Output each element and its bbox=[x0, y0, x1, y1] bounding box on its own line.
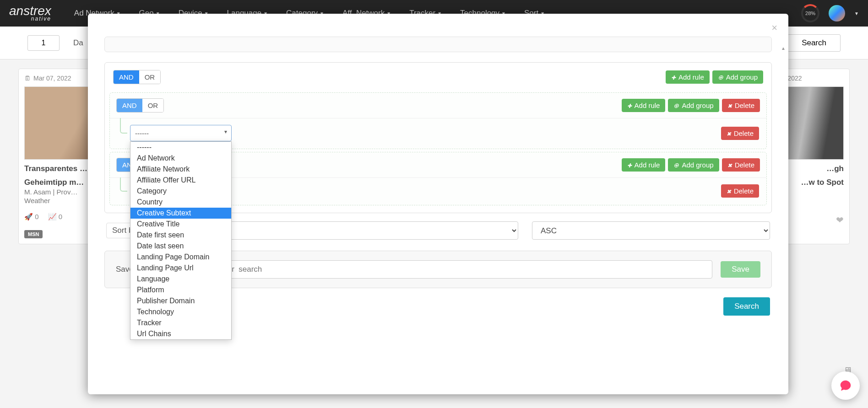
dropdown-option[interactable]: ------ bbox=[130, 142, 231, 153]
dropdown-option[interactable]: Creative Title bbox=[130, 219, 231, 230]
add-group-button[interactable]: Add group bbox=[668, 99, 719, 112]
andor-toggle-sub[interactable]: AND OR bbox=[116, 98, 164, 113]
dropdown-option[interactable]: Landing Page Url bbox=[130, 263, 231, 274]
modal-search-button[interactable]: Search bbox=[723, 297, 770, 316]
dropdown-option[interactable]: Category bbox=[130, 186, 231, 197]
field-select-wrap[interactable]: ------ ------Ad NetworkAffiliate Network… bbox=[130, 125, 232, 141]
dropdown-option[interactable]: Ad Network bbox=[130, 153, 231, 164]
add-rule-button[interactable]: Add rule bbox=[622, 158, 666, 172]
query-sub-group: AND OR Add rule Add group Delete ------ … bbox=[109, 92, 767, 149]
dropdown-option[interactable]: Date first seen bbox=[130, 230, 231, 241]
dropdown-option[interactable]: Country bbox=[130, 197, 231, 208]
dropdown-option[interactable]: Technology bbox=[130, 306, 231, 317]
or-option[interactable]: OR bbox=[139, 70, 161, 84]
circle-plus-icon bbox=[718, 73, 723, 81]
advanced-search-modal: × ▲ AND OR Add rule Add group AND OR Ad bbox=[88, 14, 788, 394]
dropdown-option[interactable]: Affiliate Offer URL bbox=[130, 175, 231, 186]
dropdown-option[interactable]: Url Chains bbox=[130, 328, 231, 339]
plus-icon bbox=[671, 73, 676, 81]
x-icon bbox=[727, 102, 732, 109]
dropdown-option[interactable]: Date last seen bbox=[130, 241, 231, 252]
sort-direction-select[interactable]: ASC bbox=[532, 221, 770, 240]
dropdown-option[interactable]: Language bbox=[130, 274, 231, 285]
plus-icon bbox=[627, 102, 632, 109]
add-rule-button[interactable]: Add rule bbox=[666, 70, 710, 84]
close-icon[interactable]: × bbox=[771, 22, 777, 34]
circle-plus-icon bbox=[673, 161, 679, 169]
x-icon bbox=[727, 129, 731, 137]
x-icon bbox=[727, 161, 732, 169]
and-option[interactable]: AND bbox=[114, 70, 139, 84]
plus-icon bbox=[627, 161, 632, 169]
add-rule-button[interactable]: Add rule bbox=[622, 99, 666, 112]
add-group-button[interactable]: Add group bbox=[712, 70, 763, 84]
dropdown-option[interactable]: Creative Subtext bbox=[130, 208, 231, 219]
field-select[interactable]: ------ bbox=[130, 125, 232, 141]
chat-icon bbox=[839, 379, 852, 392]
field-dropdown-list[interactable]: ------Ad NetworkAffiliate NetworkAffilia… bbox=[130, 141, 232, 340]
add-group-button[interactable]: Add group bbox=[668, 158, 719, 172]
save-button[interactable]: Save bbox=[721, 261, 760, 278]
rule-row: ------ ------Ad NetworkAffiliate Network… bbox=[110, 118, 766, 149]
dropdown-option[interactable]: Landing Page Domain bbox=[130, 252, 231, 263]
query-builder: AND OR Add rule Add group AND OR Add rul… bbox=[104, 62, 772, 213]
delete-rule-button[interactable]: Delete bbox=[721, 127, 759, 140]
dropdown-option[interactable]: Platform bbox=[130, 285, 231, 295]
delete-group-button[interactable]: Delete bbox=[722, 158, 760, 172]
dropdown-option[interactable]: Publisher Domain bbox=[130, 295, 231, 306]
or-option[interactable]: OR bbox=[142, 99, 164, 112]
save-name-input[interactable] bbox=[152, 260, 712, 279]
and-option[interactable]: AND bbox=[117, 99, 142, 112]
delete-group-button[interactable]: Delete bbox=[722, 99, 760, 112]
chat-bubble[interactable] bbox=[831, 371, 860, 400]
dropdown-option[interactable]: Affiliate Network bbox=[130, 164, 231, 175]
x-icon bbox=[727, 187, 731, 195]
dropdown-option[interactable]: Tracker bbox=[130, 317, 231, 328]
delete-rule-button[interactable]: Delete bbox=[721, 184, 759, 198]
andor-toggle-outer[interactable]: AND OR bbox=[113, 70, 161, 84]
circle-plus-icon bbox=[673, 102, 679, 109]
collapsed-group bbox=[104, 37, 772, 52]
scroll-up-icon[interactable]: ▲ bbox=[781, 46, 786, 51]
